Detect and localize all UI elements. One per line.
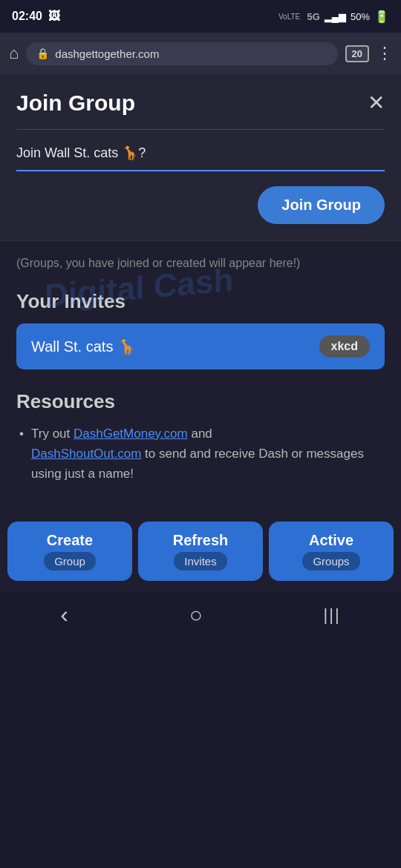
refresh-invites-bottom-label: Invites <box>174 552 226 571</box>
invite-card[interactable]: Wall St. cats 🦒 xkcd <box>16 323 385 369</box>
battery-icon: 🔋 <box>374 10 389 24</box>
invite-group-name: Wall St. cats 🦒 <box>31 338 136 355</box>
url-text: dashgettogether.com <box>55 47 159 60</box>
photo-icon: 🖼 <box>48 10 60 23</box>
browser-menu-icon[interactable]: ⋮ <box>376 44 392 63</box>
resources-title: Resources <box>16 390 385 413</box>
dialog-header: Join Group ✕ <box>16 91 385 116</box>
status-bar: 02:40 🖼 VoLTE 5G ▂▄▆ 50% 🔋 <box>0 0 401 33</box>
invites-section-title: Your Invites <box>16 290 385 313</box>
hint-text: (Groups, you have joined or created will… <box>16 254 385 272</box>
invite-code-badge: xkcd <box>319 335 370 358</box>
main-content: Join Group ✕ Join Wall St. cats 🦒? Join … <box>0 74 401 591</box>
create-group-top-label: Create <box>47 532 93 549</box>
create-group-bottom-label: Group <box>44 552 96 571</box>
back-nav-icon[interactable]: ‹ <box>60 601 68 628</box>
svg-text:VoLTE: VoLTE <box>278 13 301 21</box>
status-left: 02:40 🖼 <box>12 10 60 23</box>
refresh-invites-button[interactable]: Refresh Invites <box>138 522 263 581</box>
battery-status: 50% <box>351 11 370 22</box>
status-right: VoLTE 5G ▂▄▆ 50% 🔋 <box>278 10 389 24</box>
active-groups-bottom-label: Groups <box>302 552 359 571</box>
dialog-input-line <box>16 170 385 171</box>
signal-bars: ▂▄▆ <box>325 11 346 22</box>
bottom-buttons: Create Group Refresh Invites Active Grou… <box>0 513 401 591</box>
create-group-button[interactable]: Create Group <box>7 522 132 581</box>
resources-item-0: Try out DashGetMoney.com and DashShoutOu… <box>16 424 385 484</box>
home-icon[interactable]: ⌂ <box>9 44 19 63</box>
status-time: 02:40 <box>12 10 42 23</box>
resource-link-2[interactable]: DashShoutOut.com <box>31 447 141 461</box>
active-groups-button[interactable]: Active Groups <box>269 522 394 581</box>
dialog-divider <box>16 129 385 130</box>
resources-section: Resources Try out DashGetMoney.com and D… <box>16 390 385 484</box>
browser-bar: ⌂ 🔒 dashgettogether.com 20 ⋮ <box>0 33 401 74</box>
nav-bar: ‹ ○ ||| <box>0 591 401 636</box>
lock-icon: 🔒 <box>36 47 49 59</box>
dialog-question: Join Wall St. cats 🦒? <box>16 145 385 161</box>
recent-apps-nav-icon[interactable]: ||| <box>324 605 341 625</box>
resource-link-1[interactable]: DashGetMoney.com <box>74 427 188 441</box>
dialog-actions: Join Group <box>16 186 385 224</box>
refresh-invites-top-label: Refresh <box>173 532 228 549</box>
resource-text-before: Try out <box>31 427 74 441</box>
active-groups-top-label: Active <box>309 532 353 549</box>
network-type: 5G <box>307 11 319 22</box>
url-box[interactable]: 🔒 dashgettogether.com <box>26 42 337 65</box>
resource-text-between: and <box>188 427 212 441</box>
tab-count[interactable]: 20 <box>345 45 369 62</box>
join-group-dialog: Join Group ✕ Join Wall St. cats 🦒? Join … <box>0 74 401 241</box>
join-group-button[interactable]: Join Group <box>258 186 385 224</box>
body-content: Digital Cash (Groups, you have joined or… <box>0 241 401 513</box>
dialog-title: Join Group <box>16 91 135 116</box>
close-dialog-button[interactable]: ✕ <box>368 93 385 114</box>
network-icon: VoLTE <box>278 10 302 24</box>
home-nav-icon[interactable]: ○ <box>189 602 203 628</box>
